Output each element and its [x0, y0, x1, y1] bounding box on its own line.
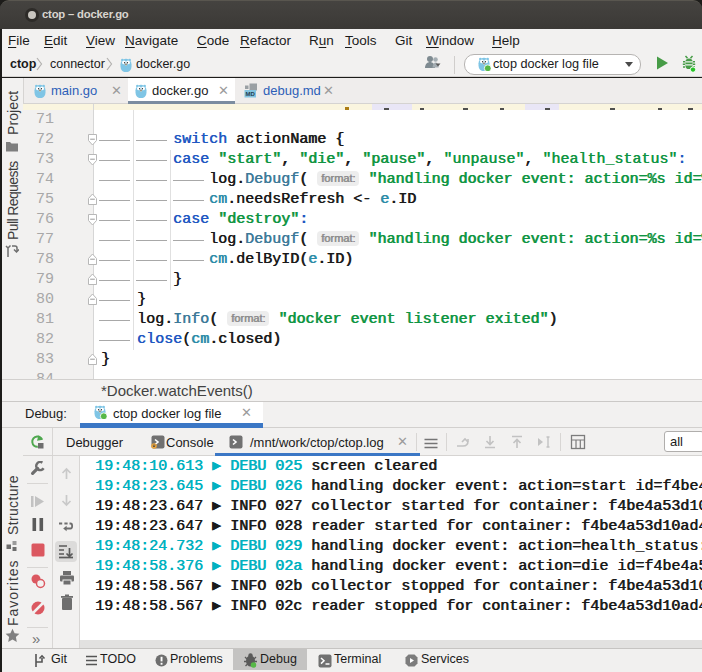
svg-text:MD: MD — [246, 91, 256, 97]
